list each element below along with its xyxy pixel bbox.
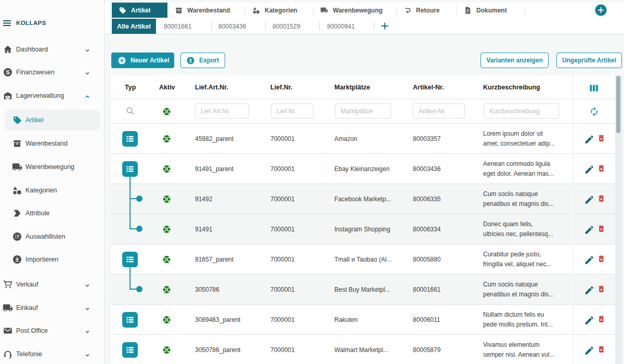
svg-text:S: S: [6, 69, 10, 75]
